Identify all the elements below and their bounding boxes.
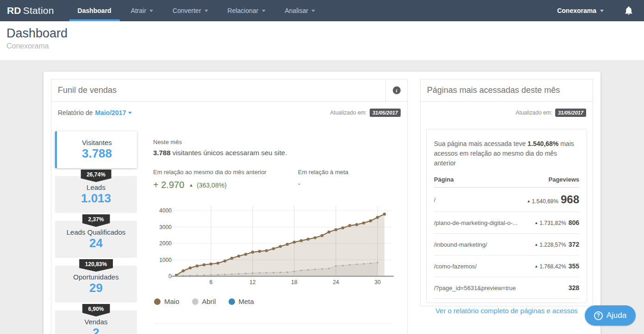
column-header-pageviews: Pageviews: [523, 176, 579, 188]
maio-point: [362, 221, 365, 224]
maio-point: [328, 231, 330, 233]
pageviews-cell: ▲1.768,42%355: [523, 255, 579, 277]
growth-percent: 1.540,68%: [532, 198, 558, 205]
pageviews-count: 372: [569, 241, 579, 248]
logo-bold-text: RD: [7, 5, 21, 16]
top-pages-card: Sua página mais acessada teve 1.540,68% …: [426, 129, 587, 303]
nav-item-relacionar[interactable]: Relacionar: [218, 0, 275, 21]
intro-highlight: 1.540,68%: [527, 140, 558, 147]
stage-label: Leads Qualificados: [67, 228, 126, 236]
full-report-link[interactable]: Ver o relatório completo de páginas e ac…: [434, 307, 579, 315]
stage-value: 2: [93, 326, 99, 334]
maio-point: [244, 253, 247, 255]
notifications-button[interactable]: [609, 6, 644, 16]
pageviews-cell: ▲1.540,68%968: [523, 188, 579, 212]
account-name: Conexorama: [557, 7, 596, 14]
visitors-text: visitantes únicos acessaram seu site.: [171, 149, 287, 157]
arrow-up-icon: ▲: [527, 199, 531, 203]
maio-point: [341, 226, 344, 229]
page-subtitle: Conexorama: [6, 42, 638, 50]
visitors-summary: 3.788 visitantes únicos acessaram seu si…: [153, 149, 405, 157]
maio-point: [251, 251, 254, 254]
maio-point: [383, 213, 386, 215]
maio-point: [189, 267, 192, 269]
maio-point: [355, 223, 358, 226]
maio-point: [293, 241, 296, 243]
stage-label: Visitantes: [82, 139, 112, 146]
legend-item-maio[interactable]: Maio: [154, 298, 180, 305]
comparison-label: Em relação ao mesmo dia do mês anterior: [153, 169, 298, 176]
nav-item-label: Converter: [173, 7, 201, 14]
stage-label: Oportunidades: [73, 273, 118, 281]
pageviews-cell: ▲1.731,82%806: [523, 212, 579, 234]
question-circle-icon: ?: [594, 311, 603, 320]
y-axis-tick-label: 3000: [159, 224, 172, 231]
legend-dot: [192, 298, 198, 305]
chevron-down-icon: [262, 10, 266, 12]
nav-item-analisar[interactable]: Analisar: [275, 0, 325, 21]
x-axis-tick-label: 6: [210, 279, 213, 285]
report-label: Relatório de: [58, 109, 93, 116]
stage-label: Leads: [87, 183, 105, 191]
visitors-line-chart: 61218243001000200030004000: [153, 202, 408, 293]
maio-point: [376, 216, 379, 219]
chevron-down-icon: [204, 10, 208, 12]
nav-item-label: Relacionar: [228, 7, 259, 14]
funnel-info-button[interactable]: i: [386, 86, 407, 94]
bell-icon: [624, 6, 633, 16]
legend-item-abril[interactable]: Abril: [192, 298, 216, 305]
stage-value: 29: [89, 281, 103, 295]
comparison-delta: + 2.970: [153, 180, 184, 190]
sales-funnel-header: Funil de vendas i: [51, 79, 407, 102]
growth-percent: 1.768,42%: [539, 263, 566, 270]
goal-label: Em relação à meta: [298, 169, 348, 176]
nav-item-label: Analisar: [285, 7, 309, 14]
maio-point: [203, 263, 205, 266]
navbar-right: Conexorama: [551, 0, 644, 21]
growth-percent: 1.228,57%: [539, 242, 566, 248]
help-button[interactable]: ? Ajuda: [585, 305, 636, 326]
table-row: /▲1.540,68%968: [434, 188, 579, 212]
maio-point: [182, 269, 185, 272]
nav-item-label: Atrair: [131, 7, 146, 14]
sales-funnel-panel: Funil de vendas i Relatório de Maio/2017…: [51, 79, 408, 334]
maio-point: [223, 260, 226, 262]
stage-label: Vendas: [84, 318, 107, 326]
info-icon: i: [393, 86, 401, 94]
page-cell: /?page_id=5631&preview=true: [434, 277, 523, 299]
nav-item-converter[interactable]: Converter: [163, 0, 217, 21]
chevron-down-icon: [128, 112, 132, 114]
maio-point: [348, 224, 351, 227]
maio-point: [230, 257, 233, 260]
table-row: /?page_id=5631&preview=true328: [434, 277, 579, 299]
column-header-page: Página: [434, 176, 523, 188]
maio-point: [265, 249, 268, 252]
nav-item-dashboard[interactable]: Dashboard: [68, 0, 121, 21]
updated-date-badge: 31/05/2017: [370, 109, 401, 117]
arrow-up-icon: ▲: [534, 243, 538, 247]
pageviews-count: 328: [569, 284, 579, 291]
maio-point: [307, 238, 310, 241]
legend-item-meta[interactable]: Meta: [229, 298, 254, 305]
top-pages-panel: Páginas mais acessadas deste mês Atualiz…: [420, 79, 593, 306]
maio-point: [196, 264, 198, 267]
chevron-down-icon: [600, 10, 604, 12]
report-period-selector[interactable]: Relatório de Maio/2017: [58, 109, 132, 116]
top-pages-title: Páginas mais acessadas deste mês: [427, 85, 593, 95]
pageviews-count: 806: [569, 219, 579, 226]
pageviews-count: 355: [569, 262, 579, 270]
legend-dot: [154, 298, 161, 305]
report-period-value: Maio/2017: [95, 109, 126, 116]
account-menu[interactable]: Conexorama: [551, 7, 609, 14]
funnel-stage-visitantes[interactable]: Visitantes3.788: [55, 131, 137, 168]
comparison-percent: (363,08%): [197, 182, 227, 189]
pages-updated-row: Atualizado em: 31/05/2017: [421, 102, 593, 117]
pageviews-count: 968: [561, 193, 579, 206]
y-axis-tick-label: 1000: [159, 257, 172, 263]
pageviews-cell: 328: [523, 277, 579, 299]
page-header: Dashboard Conexorama: [0, 21, 644, 60]
funnel-summary: Neste mês 3.788 visitantes únicos acessa…: [153, 139, 405, 190]
rd-station-logo[interactable]: RD Station: [0, 0, 68, 21]
updated-label: Atualizado em:: [330, 109, 367, 116]
nav-item-atrair[interactable]: Atrair: [121, 0, 163, 21]
